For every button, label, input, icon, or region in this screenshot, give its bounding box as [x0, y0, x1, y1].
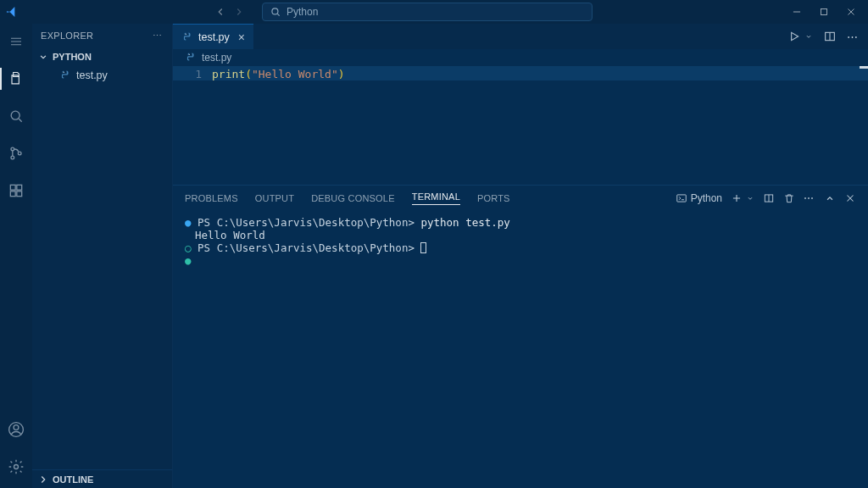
svg-point-4 [11, 156, 14, 159]
explorer-icon[interactable] [0, 66, 32, 92]
code-editor[interactable]: 1 print("Hello World") [173, 66, 868, 185]
nav-forward-icon[interactable] [233, 6, 245, 18]
command-center-search[interactable]: Python [262, 3, 593, 21]
svg-point-0 [272, 8, 278, 14]
window-minimize-button[interactable] [783, 0, 810, 24]
new-terminal-icon[interactable] [731, 192, 743, 204]
folder-header[interactable]: PYTHON [32, 47, 172, 66]
explorer-sidebar: EXPLORER ⋯ PYTHON test.py OUTLINE [32, 24, 173, 488]
explorer-title: EXPLORER [41, 30, 93, 41]
svg-rect-7 [10, 191, 15, 197]
line-number: 1 [173, 68, 202, 80]
title-bar: Python [0, 0, 868, 24]
outline-label: OUTLINE [53, 474, 93, 485]
panel-tab-ports[interactable]: PORTS [477, 193, 510, 203]
terminal-shell-selector[interactable]: Python [676, 192, 722, 204]
terminal-cursor [420, 242, 426, 253]
chevron-down-icon [37, 51, 49, 63]
panel-tab-terminal[interactable]: TERMINAL [412, 191, 460, 205]
nav-back-icon[interactable] [214, 6, 226, 18]
svg-point-14 [186, 33, 186, 34]
tab-label: test.py [198, 31, 230, 43]
folder-name: PYTHON [53, 52, 92, 62]
panel-more-icon[interactable]: ⋯ [804, 192, 815, 204]
vscode-logo-icon [0, 5, 24, 19]
terminal-output-1: Hello World [185, 229, 856, 241]
kill-terminal-icon[interactable] [783, 192, 795, 204]
svg-point-12 [14, 465, 19, 469]
svg-point-10 [14, 425, 19, 430]
terminal-icon [676, 192, 687, 204]
source-control-icon[interactable] [0, 141, 32, 166]
outline-header[interactable]: OUTLINE [32, 469, 172, 488]
python-file-icon [185, 52, 197, 64]
code-line-1: print("Hello World") [212, 68, 868, 80]
run-dropdown-icon[interactable] [804, 32, 813, 41]
nav-arrows [214, 6, 245, 18]
svg-rect-17 [676, 195, 686, 202]
run-button[interactable] [787, 30, 801, 43]
window-maximize-button[interactable] [810, 0, 837, 24]
svg-point-13 [64, 72, 64, 73]
svg-point-2 [11, 111, 19, 119]
split-editor-icon[interactable] [823, 30, 837, 43]
tab-test-py[interactable]: test.py × [173, 24, 253, 49]
activity-bar [0, 24, 32, 488]
python-file-icon [59, 69, 71, 81]
account-icon[interactable] [0, 417, 32, 442]
breadcrumb[interactable]: test.py [173, 49, 868, 66]
svg-point-16 [189, 54, 190, 55]
svg-point-3 [11, 147, 14, 151]
panel-close-icon[interactable] [844, 192, 856, 204]
svg-rect-1 [821, 9, 827, 15]
window-close-button[interactable] [837, 0, 865, 24]
chevron-right-icon [37, 474, 49, 485]
python-file-icon [181, 31, 193, 43]
svg-rect-8 [17, 191, 22, 197]
terminal-shell-label: Python [691, 192, 722, 204]
split-terminal-icon[interactable] [763, 192, 775, 204]
panel-tab-debug-console[interactable]: DEBUG CONSOLE [311, 193, 395, 203]
editor-tab-bar: test.py × ⋯ [173, 24, 868, 49]
breadcrumb-file: test.py [202, 52, 231, 64]
panel-tab-output[interactable]: OUTPUT [255, 193, 294, 203]
terminal-prompt-1: PS C:\Users\Jarvis\Desktop\Python> [198, 216, 420, 229]
svg-point-5 [18, 152, 21, 155]
menu-icon[interactable] [0, 29, 32, 54]
file-item-test-py[interactable]: test.py [32, 66, 172, 85]
svg-rect-9 [17, 185, 22, 190]
tab-close-icon[interactable]: × [238, 30, 245, 44]
editor-more-icon[interactable]: ⋯ [847, 30, 860, 43]
search-icon [270, 6, 281, 18]
bottom-panel: PROBLEMS OUTPUT DEBUG CONSOLE TERMINAL P… [173, 185, 868, 488]
svg-rect-6 [10, 185, 15, 190]
terminal-prompt-2: PS C:\Users\Jarvis\Desktop\Python> [198, 241, 420, 254]
panel-maximize-icon[interactable] [824, 192, 836, 204]
search-placeholder: Python [287, 6, 318, 18]
search-activity-icon[interactable] [0, 103, 32, 129]
panel-tab-problems[interactable]: PROBLEMS [185, 193, 238, 203]
explorer-more-icon[interactable]: ⋯ [153, 30, 164, 42]
extensions-icon[interactable] [0, 178, 32, 203]
terminal-command-1: python test.py [420, 216, 509, 229]
terminal-body[interactable]: ● PS C:\Users\Jarvis\Desktop\Python> pyt… [173, 211, 868, 488]
terminal-dropdown-icon[interactable] [746, 194, 754, 202]
file-label: test.py [76, 69, 108, 81]
settings-gear-icon[interactable] [0, 454, 32, 480]
